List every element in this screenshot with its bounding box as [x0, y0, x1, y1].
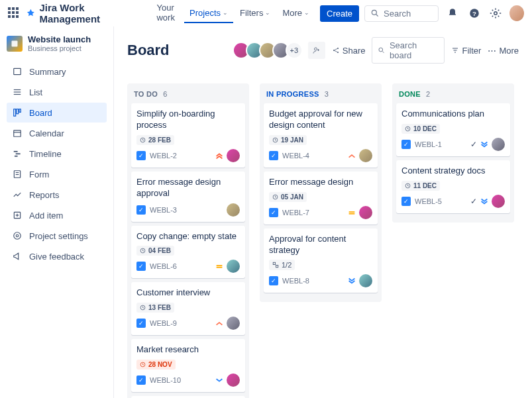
card-title: Budget approval for new design content — [269, 109, 372, 131]
search-icon — [378, 46, 385, 54]
chevron-down-icon: ⌄ — [304, 9, 309, 16]
assignee-avatar[interactable] — [359, 206, 372, 219]
task-type-icon — [136, 151, 146, 160]
column-header[interactable]: IN PROGRESS 3 — [264, 89, 378, 103]
board-header: Board +3 Share Search board Filter ⋯More — [127, 37, 519, 64]
primary-nav: Your work Projects⌄ Filters⌄ More⌄ Creat… — [151, 0, 359, 28]
board-content: Board +3 Share Search board Filter ⋯More… — [114, 26, 532, 398]
card-title: Communications plan — [401, 109, 505, 120]
settings-icon[interactable] — [488, 5, 503, 21]
svg-point-31 — [337, 52, 339, 53]
task-type-icon — [269, 208, 278, 217]
create-button[interactable]: Create — [320, 5, 359, 22]
timeline-icon — [12, 148, 23, 159]
card[interactable]: Simplify on-boarding process 28 FEB WEBL… — [131, 103, 245, 168]
avatar-overflow[interactable]: +3 — [286, 42, 303, 59]
column-count: 3 — [325, 90, 329, 98]
assignee-avatar[interactable] — [227, 373, 240, 387]
svg-point-30 — [337, 48, 339, 49]
svg-line-35 — [383, 51, 384, 52]
assignee-avatar[interactable] — [227, 317, 240, 330]
notifications-icon[interactable] — [445, 5, 460, 21]
add-member-button[interactable] — [308, 42, 325, 59]
sidebar-item-feedback[interactable]: Give feedback — [7, 246, 107, 266]
product-logo[interactable]: Jira Work Management — [26, 2, 140, 25]
help-icon[interactable]: ? — [466, 5, 481, 21]
priority-highest-icon — [215, 151, 224, 160]
issue-key: WEBL-2 — [150, 152, 177, 160]
column-title: IN PROGRESS — [266, 90, 319, 98]
card[interactable]: Market research 28 NOV WEBL-10 — [131, 339, 245, 392]
card[interactable]: Budget approval for new design content 1… — [264, 103, 378, 168]
nav-projects[interactable]: Projects⌄ — [184, 4, 233, 23]
priority-medium-icon — [347, 208, 356, 217]
card[interactable]: Copy change: empty state 04 FEB WEBL-6 — [131, 226, 245, 279]
clock-icon — [405, 183, 411, 189]
project-icon — [7, 36, 23, 52]
task-type-icon — [269, 151, 278, 160]
svg-point-4 — [494, 12, 497, 15]
column-title: TO DO — [134, 90, 158, 98]
sidebar-item-add[interactable]: Add item — [7, 205, 107, 225]
sidebar-item-board[interactable]: Board — [7, 103, 107, 123]
assignee-avatar[interactable] — [359, 274, 372, 287]
svg-rect-13 — [14, 130, 21, 136]
column-header[interactable]: TO DO 6 — [131, 89, 245, 103]
nav-filters[interactable]: Filters⌄ — [235, 4, 276, 23]
svg-rect-50 — [276, 266, 278, 268]
sidebar: Website launch Business project Summary … — [0, 26, 114, 398]
app-switcher-icon[interactable] — [8, 7, 19, 19]
card[interactable]: Content strategy docs 11 DEC WEBL-5✓ — [396, 160, 510, 213]
task-type-icon — [401, 140, 411, 149]
card[interactable]: Error message design approval WEBL-3 — [131, 172, 245, 222]
priority-low-icon — [347, 276, 356, 285]
assignee-avatar[interactable] — [227, 203, 240, 217]
column-header[interactable]: DONE 2 — [396, 89, 510, 103]
svg-rect-15 — [14, 151, 18, 152]
card-title: Market research — [136, 344, 240, 356]
assignee-avatar[interactable] — [227, 260, 240, 273]
assignee-avatar[interactable] — [227, 149, 240, 162]
card-title: Approval for content strategy — [269, 234, 372, 256]
column-done: DONE 2 Communications plan 10 DEC WEBL-1… — [392, 83, 514, 223]
share-button[interactable]: Share — [332, 46, 366, 56]
card[interactable]: Approval for content strategy 1/2 WEBL-8 — [264, 228, 378, 293]
more-button[interactable]: ⋯More — [488, 46, 519, 56]
card-title: Error message design approval — [136, 177, 240, 199]
card[interactable]: Communications plan 10 DEC WEBL-1✓ — [396, 103, 510, 156]
sidebar-item-summary[interactable]: Summary — [7, 62, 107, 81]
sidebar-item-settings[interactable]: Project settings — [7, 226, 107, 246]
filter-button[interactable]: Filter — [451, 46, 481, 56]
assignee-avatar[interactable] — [492, 138, 505, 151]
list-icon — [12, 87, 23, 97]
nav-more[interactable]: More⌄ — [277, 4, 315, 23]
sidebar-item-form[interactable]: Form — [7, 164, 107, 184]
issue-key: WEBL-3 — [150, 206, 177, 214]
board-search[interactable]: Search board — [372, 37, 445, 64]
sidebar-item-timeline[interactable]: Timeline — [7, 144, 107, 164]
priority-low-icon — [480, 140, 489, 149]
global-search[interactable]: Search — [364, 5, 439, 22]
issue-key: WEBL-4 — [282, 152, 309, 160]
due-date-chip: 19 JAN — [269, 135, 307, 145]
card[interactable]: Customer interview 13 FEB WEBL-9 — [131, 282, 245, 335]
issue-key: WEBL-7 — [282, 209, 309, 217]
svg-line-1 — [376, 15, 378, 17]
sidebar-item-reports[interactable]: Reports — [7, 185, 107, 205]
assignee-avatar[interactable] — [492, 195, 505, 208]
project-name: Website launch — [28, 34, 91, 44]
assignee-avatar[interactable] — [359, 149, 372, 162]
nav-your-work[interactable]: Your work — [151, 0, 183, 28]
card[interactable]: Error message design 05 JAN WEBL-7 — [264, 172, 378, 224]
topbar: Jira Work Management Your work Projects⌄… — [0, 0, 532, 26]
svg-point-34 — [379, 48, 383, 52]
profile-avatar[interactable] — [509, 5, 524, 21]
svg-point-24 — [16, 234, 19, 237]
svg-point-25 — [14, 232, 21, 240]
project-header[interactable]: Website launch Business project — [7, 34, 107, 52]
more-icon: ⋯ — [488, 46, 496, 56]
sidebar-item-list[interactable]: List — [7, 82, 107, 102]
sidebar-item-calendar[interactable]: Calendar — [7, 123, 107, 143]
issue-key: WEBL-10 — [150, 376, 181, 384]
clock-icon — [140, 137, 146, 143]
